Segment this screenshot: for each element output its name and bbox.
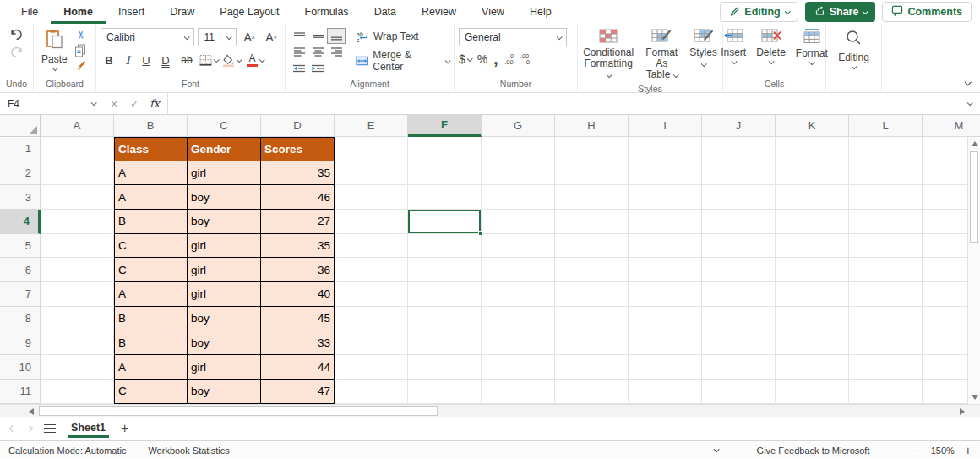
tab-insert[interactable]: Insert (106, 0, 157, 24)
cell-F6[interactable] (408, 258, 482, 282)
cell-B9[interactable]: B (114, 331, 188, 356)
cell-B4[interactable]: B (114, 210, 188, 234)
vertical-scroll-thumb[interactable] (970, 151, 978, 243)
cell-I9[interactable] (629, 331, 702, 356)
align-left-icon[interactable] (290, 44, 308, 60)
cell-C10[interactable]: girl (188, 355, 261, 380)
delete-cells-button[interactable]: Delete (753, 28, 789, 76)
cell-K4[interactable] (776, 210, 849, 234)
cell-A10[interactable] (41, 355, 114, 380)
cell-I8[interactable] (629, 307, 702, 331)
fill-color-button[interactable] (220, 52, 242, 68)
expand-formula-bar-icon[interactable] (958, 93, 980, 114)
cell-L11[interactable] (849, 380, 923, 404)
cell-I3[interactable] (629, 185, 702, 210)
shrink-font-icon[interactable]: A˅ (262, 28, 280, 46)
cell-A8[interactable] (41, 307, 114, 331)
cell-D1[interactable]: Scores (261, 137, 335, 161)
cell-H3[interactable] (555, 185, 629, 210)
cell-G10[interactable] (482, 355, 555, 380)
cell-J3[interactable] (702, 185, 776, 210)
font-color-button[interactable]: A (244, 52, 266, 68)
cell-K8[interactable] (776, 307, 849, 331)
cell-G7[interactable] (482, 282, 555, 307)
align-center-icon[interactable] (308, 44, 327, 60)
cell-J7[interactable] (702, 282, 776, 307)
column-header-L[interactable]: L (849, 115, 923, 137)
tab-view[interactable]: View (469, 0, 517, 24)
cell-G4[interactable] (482, 210, 555, 234)
column-header-E[interactable]: E (335, 115, 408, 137)
status-bar-chevron-icon[interactable] (713, 446, 719, 452)
cell-G6[interactable] (482, 258, 555, 282)
cell-J10[interactable] (702, 355, 776, 380)
row-header-9[interactable]: 9 (0, 331, 41, 356)
wrap-text-button[interactable]: abc Wrap Text (356, 30, 449, 42)
cell-B5[interactable]: C (114, 234, 188, 259)
cell-E6[interactable] (335, 258, 408, 282)
number-format-select[interactable]: General (459, 28, 567, 46)
column-header-A[interactable]: A (41, 115, 114, 137)
cell-styles-button[interactable]: Styles (686, 28, 721, 81)
cell-J9[interactable] (702, 331, 776, 356)
column-header-I[interactable]: I (629, 115, 702, 137)
cell-D2[interactable]: 35 (261, 161, 335, 186)
cell-F10[interactable] (408, 355, 482, 380)
insert-function-icon[interactable]: fx (145, 96, 164, 112)
undo-icon[interactable] (9, 28, 24, 41)
column-header-C[interactable]: C (188, 115, 261, 137)
cell-H8[interactable] (555, 307, 629, 331)
cell-F4[interactable] (408, 210, 482, 234)
enter-icon[interactable]: ✓ (125, 96, 144, 112)
cell-F5[interactable] (408, 234, 482, 259)
cell-F3[interactable] (408, 185, 482, 210)
cell-G5[interactable] (482, 234, 555, 259)
cell-I2[interactable] (629, 161, 702, 186)
scroll-up-icon[interactable] (972, 141, 978, 146)
cell-I5[interactable] (629, 234, 702, 259)
tab-file[interactable]: File (8, 0, 51, 24)
cell-J6[interactable] (702, 258, 776, 282)
cell-H5[interactable] (555, 234, 629, 259)
comments-button[interactable]: Comments (882, 2, 972, 22)
font-family-select[interactable]: Calibri (101, 28, 194, 46)
grow-font-icon[interactable]: A˄ (240, 28, 259, 46)
cell-D9[interactable]: 33 (261, 331, 335, 356)
column-header-F[interactable]: F (408, 115, 482, 137)
cell-D11[interactable]: 47 (261, 380, 335, 404)
editing-mode-button[interactable]: Editing (720, 2, 798, 22)
zoom-in-button[interactable]: + (965, 444, 972, 457)
cell-G11[interactable] (482, 380, 555, 404)
cell-B1[interactable]: Class (114, 137, 188, 161)
scroll-left-icon[interactable] (29, 408, 34, 415)
cell-J5[interactable] (702, 234, 776, 259)
cell-G8[interactable] (482, 307, 555, 331)
add-sheet-button[interactable]: + (121, 422, 128, 435)
cell-C9[interactable]: boy (188, 331, 261, 356)
cell-K1[interactable] (776, 137, 849, 161)
cell-E2[interactable] (335, 161, 408, 186)
cell-A3[interactable] (41, 185, 114, 210)
cell-K7[interactable] (776, 282, 849, 307)
cell-H9[interactable] (555, 331, 629, 356)
cancel-icon[interactable]: × (105, 96, 123, 112)
row-header-5[interactable]: 5 (0, 234, 41, 259)
cell-H11[interactable] (555, 380, 629, 404)
cell-J4[interactable] (702, 210, 776, 234)
bold-button[interactable]: B (101, 52, 117, 68)
align-top-icon[interactable] (290, 28, 308, 44)
cell-E3[interactable] (335, 185, 408, 210)
cell-K6[interactable] (776, 258, 849, 282)
cell-F2[interactable] (408, 161, 482, 186)
cell-I4[interactable] (629, 210, 702, 234)
cell-C2[interactable]: girl (188, 161, 261, 186)
copy-icon[interactable] (74, 44, 87, 57)
editing-menu-button[interactable]: Editing (835, 28, 873, 92)
cell-E7[interactable] (335, 282, 408, 307)
cell-H1[interactable] (555, 137, 629, 161)
cell-B2[interactable]: A (114, 161, 188, 186)
borders-button[interactable] (199, 52, 219, 68)
horizontal-scroll-thumb[interactable] (39, 406, 438, 416)
column-header-J[interactable]: J (702, 115, 776, 137)
column-header-G[interactable]: G (482, 115, 555, 137)
